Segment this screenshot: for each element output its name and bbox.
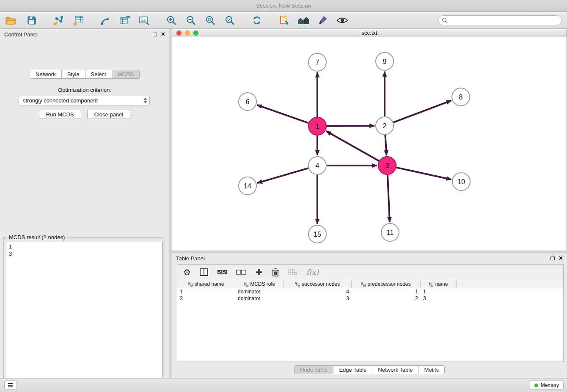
table-cell[interactable]: 2 xyxy=(352,295,421,302)
tab-mcds[interactable]: MCDS xyxy=(112,70,140,79)
network-window: scc.txt 7968124314101511 xyxy=(172,29,567,251)
delete-column-button[interactable] xyxy=(272,268,279,276)
table-tabs: Node TableEdge TableNetwork TableMotifs xyxy=(172,365,567,374)
column-header-predecessor-nodes[interactable]: predecessor nodes xyxy=(352,280,421,288)
graph-edge-3-11[interactable] xyxy=(388,175,390,222)
graph-node-label: 11 xyxy=(387,229,394,236)
table-cell[interactable]: 1 xyxy=(177,288,235,295)
graph-node-label: 2 xyxy=(383,122,387,130)
title-bar: Session: New Session xyxy=(0,0,567,12)
zoom-fit-button[interactable] xyxy=(203,13,217,28)
table-toolbar: ⚙ f(x) xyxy=(177,265,563,280)
columns-icon xyxy=(200,268,208,276)
table-cell[interactable]: 3 xyxy=(421,295,457,302)
table-panel-header: Table Panel xyxy=(172,253,567,264)
tab-motifs[interactable]: Motifs xyxy=(418,365,445,374)
close-panel-icon[interactable] xyxy=(161,31,165,37)
close-table-icon[interactable] xyxy=(559,255,563,261)
tab-select[interactable]: Select xyxy=(85,70,112,79)
table-cell[interactable]: 1 xyxy=(421,288,457,295)
table-row[interactable]: 3dominator323 xyxy=(177,295,563,302)
save-session-button[interactable] xyxy=(25,13,39,28)
tab-node-table[interactable]: Node Table xyxy=(294,365,334,374)
graph-edge-2-8[interactable] xyxy=(394,100,451,122)
window-minimize-button[interactable] xyxy=(185,30,190,36)
graph-edge-1-2[interactable] xyxy=(327,126,374,126)
column-header-mcds-role[interactable]: MCDS role xyxy=(235,280,284,288)
column-header-name[interactable]: name xyxy=(421,280,457,288)
brush-icon xyxy=(318,15,328,25)
table-cell[interactable]: dominator xyxy=(235,295,284,302)
show-hide-panel-button[interactable] xyxy=(335,13,350,28)
graph-node-label: 6 xyxy=(246,98,250,105)
panel-selector-button[interactable] xyxy=(4,381,17,390)
status-bar: Memory xyxy=(0,378,567,392)
table-cell[interactable]: 3 xyxy=(284,295,352,302)
memory-button[interactable]: Memory xyxy=(530,381,564,390)
network-window-title: scc.txt xyxy=(362,30,377,36)
table-row[interactable]: 1dominator411 xyxy=(177,288,563,295)
close-panel-button[interactable]: Close panel xyxy=(87,110,131,119)
import-table-button[interactable] xyxy=(71,13,85,28)
select-all-columns-button[interactable] xyxy=(217,270,227,275)
window-zoom-button[interactable] xyxy=(193,30,198,36)
search-input[interactable] xyxy=(438,15,562,25)
table-cell[interactable]: 3 xyxy=(177,295,235,302)
network-canvas[interactable]: 7968124314101511 xyxy=(172,37,567,251)
network-graph[interactable]: 7968124314101511 xyxy=(172,37,567,251)
zoom-in-button[interactable] xyxy=(164,13,179,28)
graph-edge-3-1[interactable] xyxy=(326,131,379,161)
tab-style[interactable]: Style xyxy=(61,70,85,79)
graph-edge-1-6[interactable] xyxy=(257,105,309,123)
plus-icon xyxy=(255,268,263,276)
float-table-icon[interactable] xyxy=(550,257,555,260)
refresh-view-button[interactable] xyxy=(250,13,264,28)
run-mcds-button[interactable]: Run MCDS xyxy=(39,110,81,119)
apply-style-button[interactable] xyxy=(316,13,330,28)
new-network-button[interactable] xyxy=(98,13,113,28)
attribute-settings-button[interactable]: ⚙ xyxy=(183,268,191,276)
graph-node-label: 7 xyxy=(316,59,319,66)
table-panel-title: Table Panel xyxy=(176,255,205,262)
open-file-button[interactable] xyxy=(3,13,18,28)
zoom-selected-button[interactable] xyxy=(223,13,237,28)
new-network-table-button[interactable] xyxy=(118,13,132,28)
import-network-button[interactable] xyxy=(52,13,66,28)
column-header-successor-nodes[interactable]: successor nodes xyxy=(284,280,352,288)
optimization-dropdown[interactable]: strongly connected component xyxy=(19,96,150,105)
graph-overview-button[interactable] xyxy=(296,13,311,28)
zoom-out-button[interactable] xyxy=(184,13,198,28)
delete-table-button[interactable] xyxy=(288,269,297,276)
table-body: 1dominator4113dominator323 xyxy=(177,288,563,302)
table-cell[interactable]: dominator xyxy=(235,288,284,295)
graph-node-label: 4 xyxy=(316,162,319,169)
function-builder-button[interactable]: f(x) xyxy=(306,268,319,276)
export-image-button[interactable] xyxy=(137,13,151,28)
copy-document-button[interactable] xyxy=(277,13,291,28)
zoom-selected-icon xyxy=(225,15,235,25)
window-close-button[interactable] xyxy=(176,30,182,36)
tab-network[interactable]: Network xyxy=(30,70,62,79)
mcds-result-list[interactable]: 1 3 xyxy=(6,242,162,392)
table-cell[interactable]: 4 xyxy=(284,288,352,295)
attribute-type-icon xyxy=(429,282,433,287)
graph-edge-2-3[interactable] xyxy=(385,135,386,155)
table-cell[interactable]: 1 xyxy=(352,288,421,295)
deselect-all-columns-button[interactable] xyxy=(236,270,246,275)
import-network-icon xyxy=(53,15,64,25)
document-icon xyxy=(279,15,289,25)
floppy-disk-icon xyxy=(27,16,36,25)
delete-table-icon xyxy=(288,269,297,276)
control-panel-tabs: NetworkStyleSelectMCDS xyxy=(0,70,169,79)
attribute-type-icon xyxy=(244,282,248,287)
graph-edge-3-10[interactable] xyxy=(396,168,451,179)
column-header-shared-name[interactable]: shared name xyxy=(177,280,235,288)
graph-edge-4-14[interactable] xyxy=(257,168,308,183)
tab-edge-table[interactable]: Edge Table xyxy=(333,365,372,374)
tab-network-table[interactable]: Network Table xyxy=(372,365,418,374)
float-panel-icon[interactable] xyxy=(153,33,157,36)
add-column-button[interactable] xyxy=(255,268,263,276)
image-icon xyxy=(139,15,150,25)
table-header-row: shared nameMCDS rolesuccessor nodesprede… xyxy=(177,280,563,288)
show-columns-button[interactable] xyxy=(200,268,208,276)
